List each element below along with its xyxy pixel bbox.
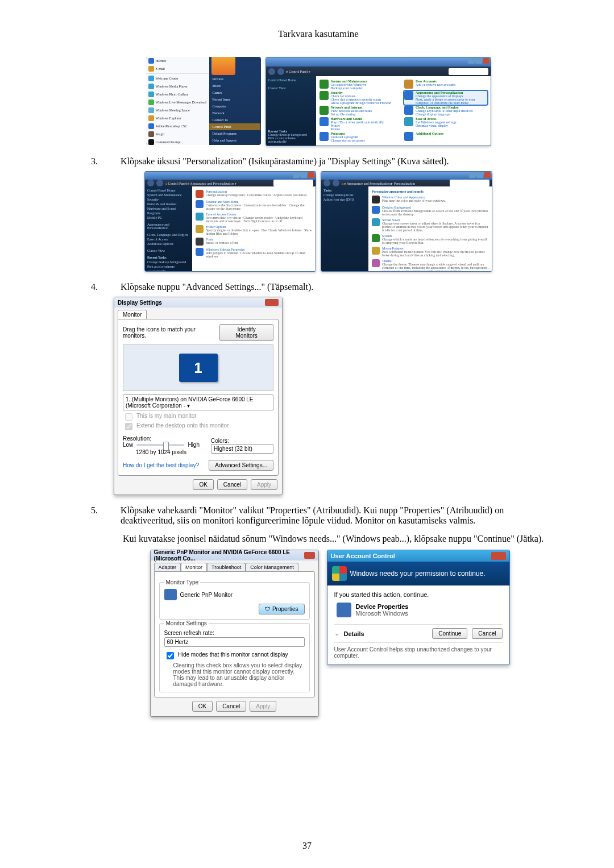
nav-back-icon[interactable] (323, 180, 330, 186)
breadcrumb[interactable]: « Control Panel ▸ Appearance and Persona… (165, 181, 237, 185)
category-sublink[interactable]: Add or remove user accounts (416, 83, 455, 86)
continue-button[interactable]: Continue (432, 628, 467, 639)
tab-monitor[interactable]: Monitor (181, 563, 207, 571)
nav-forward-icon[interactable] (277, 68, 284, 75)
sidebar-link[interactable]: Control Panel Home (147, 189, 190, 192)
start-right-item[interactable]: Recent Items (209, 96, 261, 103)
sidebar-link[interactable]: Hardware and Sound (147, 207, 190, 210)
nav-forward-icon[interactable] (333, 180, 339, 186)
sidebar-link[interactable]: Classic View (268, 86, 314, 90)
start-item[interactable]: Adobe Photoshop CS2 (146, 122, 209, 130)
start-right-control-panel[interactable]: Control Panel (209, 123, 261, 130)
personalization-item[interactable]: Mouse PointersPick a different mouse poi… (372, 247, 488, 257)
sidebar-link[interactable]: Change desktop icons (323, 193, 366, 197)
category-appearance-personalization[interactable]: Appearance and PersonalizationChange the… (404, 91, 487, 105)
search-input[interactable] (450, 180, 489, 186)
monitor-icon-1[interactable]: 1 (179, 354, 218, 382)
nav-forward-icon[interactable] (156, 180, 163, 186)
breadcrumb[interactable]: ▸ Control Panel ▸ (287, 69, 310, 73)
category-title[interactable]: Additional Options (416, 132, 443, 135)
help-link[interactable]: How do I get the best display? (123, 462, 199, 468)
personalization-item[interactable]: Screen SaverChange your screen saver or … (372, 218, 488, 232)
start-right-item[interactable]: Computer (209, 103, 261, 110)
ok-button[interactable]: OK (193, 479, 213, 490)
category-item[interactable]: ProgramsUninstall a programChange startu… (320, 132, 403, 142)
window-buttons[interactable] (468, 58, 489, 64)
category-sublink[interactable]: Mouse (331, 127, 384, 131)
cancel-button[interactable]: Cancel (472, 628, 502, 639)
monitor-arrangement-area[interactable]: 1 (123, 344, 273, 391)
start-right-item[interactable]: Connect To (209, 117, 261, 123)
sidebar-link[interactable]: Security (147, 198, 190, 201)
sidebar-link[interactable]: Mobile PC (147, 216, 190, 219)
sidebar-link[interactable]: Control Panel Home (268, 78, 314, 82)
personalization-item[interactable]: ThemeChange the theme. Themes can change… (372, 259, 488, 272)
recent-task-link[interactable]: Pick a color scheme (147, 265, 190, 268)
start-item[interactable]: Windows Media Player (146, 82, 209, 90)
category-item[interactable]: Hardware and SoundPlay CDs or other medi… (320, 117, 403, 131)
start-item[interactable]: Windows Meeting Space (146, 106, 209, 114)
category-sublink[interactable]: Set up file sharing (331, 113, 372, 116)
category-item[interactable]: System and MaintenanceGet started with W… (320, 80, 403, 90)
properties-button[interactable]: 🛡 Properties (259, 604, 304, 614)
monitor-selector[interactable]: 1. (Multiple Monitors) on NVIDIA GeForce… (123, 394, 273, 410)
cancel-button[interactable]: Cancel (217, 479, 247, 490)
start-item[interactable]: SnagIt (146, 130, 209, 138)
category-item[interactable]: Network and InternetView network status … (320, 106, 403, 116)
start-right-item[interactable]: Default Programs (209, 130, 261, 137)
category-sublink[interactable]: Next, apply a theme or screen saver to y… (416, 98, 487, 105)
start-item[interactable]: Windows Photo Gallery (146, 90, 209, 98)
details-toggle[interactable]: Details (344, 630, 428, 637)
close-icon[interactable] (265, 299, 279, 306)
start-right-item[interactable]: Music (209, 82, 261, 89)
color-depth-selector[interactable]: Highest (32 bit) (211, 444, 273, 454)
appearance-item[interactable]: Ease of Access CenterAccommodate low vis… (196, 213, 312, 223)
category-item[interactable]: Ease of AccessLet Windows suggest settin… (404, 117, 487, 131)
category-sublink[interactable]: Change startup programs (331, 139, 365, 142)
category-sublink[interactable]: Change display language (416, 113, 472, 116)
start-item[interactable]: Command Prompt (146, 138, 209, 145)
window-buttons[interactable] (469, 172, 491, 178)
search-input[interactable] (449, 68, 488, 75)
tab-monitor[interactable]: Monitor (118, 310, 147, 319)
start-right-item[interactable]: Network (209, 110, 261, 117)
sidebar-link[interactable]: Clock, Language, and Region (147, 233, 190, 236)
recent-task-link[interactable]: automatically (147, 269, 190, 272)
tab-troubleshoot[interactable]: Troubleshoot (207, 563, 246, 571)
start-right-item[interactable]: Help and Support (209, 137, 261, 144)
ok-button[interactable]: OK (192, 701, 213, 712)
category-item[interactable]: User AccountsAdd or remove user accounts (404, 80, 487, 90)
category-item[interactable]: SecurityCheck for updatesCheck this comp… (320, 91, 403, 105)
window-buttons[interactable] (293, 172, 314, 178)
refresh-rate-selector[interactable]: 60 Hertz (164, 637, 305, 647)
identify-monitors-button[interactable]: Identify Monitors (219, 324, 273, 341)
close-icon[interactable] (491, 552, 506, 560)
appearance-item[interactable]: PersonalizationChange desktop background… (196, 190, 312, 198)
cancel-button[interactable]: Cancel (216, 701, 246, 712)
appearance-item[interactable]: Taskbar and Start MenuCustomize the Star… (196, 200, 312, 210)
search-input[interactable] (273, 180, 313, 186)
recent-task-link[interactable]: automatically (268, 140, 314, 143)
sidebar-link[interactable]: System and Maintenance (147, 193, 190, 197)
start-right-item[interactable]: Games (209, 89, 261, 96)
sidebar-link[interactable]: Additional Options (147, 242, 190, 246)
start-right-item[interactable]: Pictures (209, 76, 261, 82)
start-item[interactable]: Welcome Center (146, 74, 209, 82)
start-item[interactable]: Windows Live Messenger Download (146, 98, 209, 106)
resolution-slider[interactable]: Low High (123, 442, 200, 448)
category-sublink[interactable]: Back up your computer (331, 86, 367, 90)
tab-color-management[interactable]: Color Management (246, 563, 298, 571)
personalization-item[interactable]: Window Color and AppearanceFine tune the… (372, 196, 488, 203)
recent-task-link[interactable]: Change desktop background (147, 260, 190, 264)
nav-back-icon[interactable] (147, 180, 154, 186)
sidebar-link[interactable]: Network and Internet (147, 202, 190, 206)
category-sublink[interactable]: Allow a program through Windows Firewall (331, 101, 392, 105)
appearance-item[interactable]: Folder OptionsSpecify single- or double-… (196, 225, 312, 235)
category-item[interactable]: Additional Options (404, 132, 487, 142)
personalization-item[interactable]: SoundsChange which sounds are heard when… (372, 234, 488, 244)
hide-modes-checkbox[interactable] (167, 652, 174, 659)
sidebar-link[interactable]: Appearance and Personalization (147, 223, 190, 230)
start-item[interactable]: Windows Explorer (146, 114, 209, 122)
category-item[interactable]: Clock, Language, and RegionChange keyboa… (404, 106, 487, 116)
start-item[interactable]: Internet (146, 57, 209, 65)
